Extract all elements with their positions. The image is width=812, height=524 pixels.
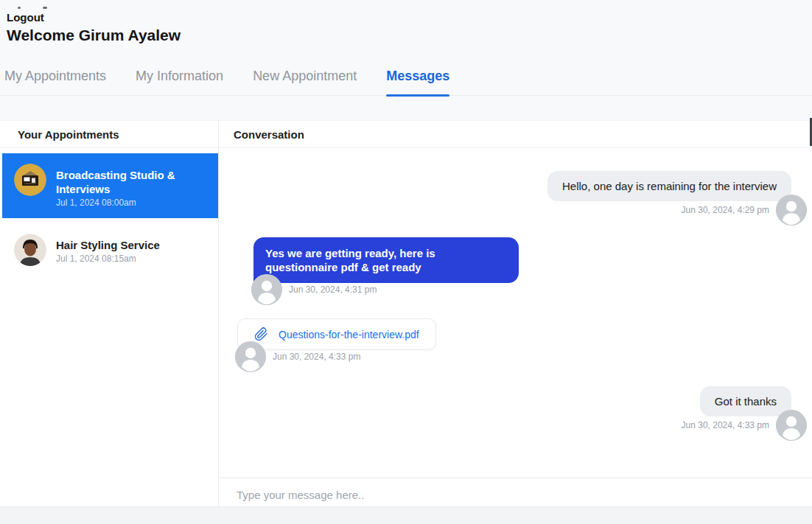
message-meta: Jun 30, 2024, 4:31 pm [251, 274, 377, 305]
message-timestamp: Jun 30, 2024, 4:31 pm [289, 284, 377, 295]
page-header: Logout Welcome Girum Ayalew [0, 0, 812, 44]
page-bottom-strip [0, 506, 812, 524]
appointment-text: Broadcasting Studio & Interviews Jul 1, … [56, 164, 209, 208]
appointment-item-broadcasting[interactable]: Broadcasting Studio & Interviews Jul 1, … [2, 153, 218, 218]
broadcast-studio-logo-icon [14, 164, 46, 196]
logout-button[interactable]: Logout [7, 11, 44, 24]
conversation-panel: Conversation Hello, one day is remaining… [219, 121, 812, 506]
welcome-title: Welcome Girum Ayalew [7, 27, 812, 44]
message-meta: Jun 30, 2024, 4:33 pm [235, 341, 360, 372]
person-photo-icon [14, 234, 46, 266]
attachment-file-link[interactable]: Questions-for-the-interview.pdf [279, 329, 419, 340]
person-icon [235, 341, 266, 372]
appointment-name: Hair Styling Service [56, 234, 160, 252]
message-meta: Jun 30, 2024, 4:29 pm [682, 195, 807, 226]
message-timestamp: Jun 30, 2024, 4:33 pm [682, 420, 769, 430]
paperclip-icon [254, 327, 268, 341]
message-composer [219, 478, 812, 506]
message-timestamp: Jun 30, 2024, 4:33 pm [273, 352, 360, 362]
tab-messages[interactable]: Messages [386, 69, 449, 95]
appointment-datetime: Jul 1, 2024 08:15am [56, 254, 160, 264]
patient-dashboard-page: Logout Welcome Girum Ayalew My Appointme… [0, 0, 812, 524]
artifact-dot [43, 7, 47, 9]
message-outgoing: Yes we are getting ready, here is questi… [253, 237, 791, 305]
artifact-dot [18, 7, 21, 9]
appointments-sidebar: Your Appointments Broadcasting Studio & … [0, 121, 219, 506]
appointment-name: Broadcasting Studio & Interviews [56, 164, 209, 196]
message-incoming: Got it thanks Jun 30, 2024, 4:33 pm [239, 386, 791, 441]
message-input[interactable] [237, 489, 571, 501]
tab-new-appointment[interactable]: New Appointment [253, 69, 357, 95]
main-content: Your Appointments Broadcasting Studio & … [0, 120, 812, 506]
message-incoming: Hello, one day is remaining for the inte… [239, 171, 791, 226]
message-attachment: Questions-for-the-interview.pdf Jun 30, … [237, 318, 791, 372]
message-meta: Jun 30, 2024, 4:33 pm [682, 410, 807, 441]
conversation-title: Conversation [219, 121, 812, 148]
tab-my-appointments[interactable]: My Appointments [4, 69, 106, 95]
appointment-text: Hair Styling Service Jul 1, 2024 08:15am [56, 234, 160, 264]
tab-bar: My Appointments My Information New Appoi… [0, 69, 812, 96]
person-icon [251, 274, 282, 305]
appointment-item-hair-styling[interactable]: Hair Styling Service Jul 1, 2024 08:15am [0, 223, 218, 276]
person-icon [776, 410, 807, 441]
appointment-datetime: Jul 1, 2024 08:00am [56, 198, 209, 208]
sidebar-title: Your Appointments [0, 121, 218, 148]
message-timestamp: Jun 30, 2024, 4:29 pm [682, 205, 769, 215]
person-icon [776, 195, 807, 226]
message-list: Hello, one day is remaining for the inte… [219, 148, 812, 478]
tab-my-information[interactable]: My Information [136, 69, 223, 95]
